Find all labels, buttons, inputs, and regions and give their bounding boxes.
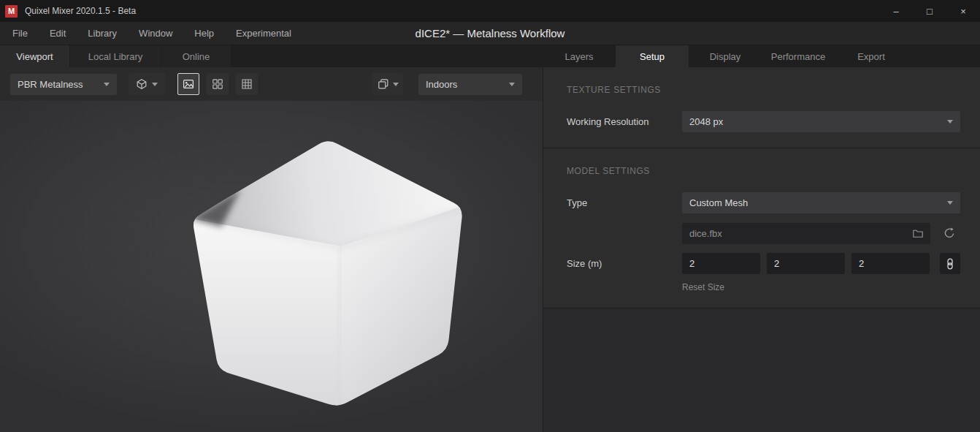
- close-button[interactable]: ×: [946, 0, 980, 22]
- model-settings-heading: MODEL SETTINGS: [543, 166, 980, 176]
- cube-icon: [136, 78, 148, 90]
- working-resolution-dropdown[interactable]: 2048 px: [682, 111, 960, 132]
- menu-bar: File Edit Library Window Help Experiment…: [0, 22, 980, 45]
- environment-dropdown[interactable]: Indoors: [418, 74, 522, 95]
- setup-panel: TEXTURE SETTINGS Working Resolution 2048…: [543, 67, 980, 432]
- size-z-input[interactable]: [851, 253, 930, 274]
- image-icon: [183, 78, 194, 90]
- size-x-input[interactable]: [682, 253, 760, 274]
- shading-mode-dropdown[interactable]: PBR Metalness: [10, 74, 117, 95]
- type-row: Type Custom Mesh: [543, 192, 980, 213]
- tab-layers-label: Layers: [564, 51, 593, 62]
- tab-display[interactable]: Display: [689, 45, 762, 67]
- chevron-down-icon: [393, 83, 399, 86]
- textured-view-button[interactable]: [177, 73, 199, 95]
- chevron-down-icon: [947, 120, 953, 124]
- maximize-button[interactable]: □: [913, 0, 946, 22]
- mesh-file-row: dice.fbx: [543, 222, 980, 244]
- viewport-canvas[interactable]: [0, 101, 543, 432]
- grid-icon: [241, 78, 253, 90]
- app-title: Quixel Mixer 2020.1.5 - Beta: [25, 6, 136, 16]
- tab-performance[interactable]: Performance: [762, 45, 835, 67]
- menu-item-edit[interactable]: Edit: [39, 22, 77, 45]
- left-tab-group: Viewport Local Library Online: [0, 45, 543, 67]
- tab-online[interactable]: Online: [161, 45, 231, 67]
- chevron-down-icon: [104, 83, 110, 86]
- chevron-down-icon: [509, 83, 515, 86]
- tab-online-label: Online: [183, 51, 210, 62]
- section-divider: [543, 148, 980, 148]
- mesh-display-dropdown[interactable]: [129, 73, 165, 95]
- tab-setup-label: Setup: [640, 51, 665, 62]
- mesh-file-field[interactable]: dice.fbx: [682, 223, 930, 244]
- type-label: Type: [567, 197, 682, 208]
- tab-local-library[interactable]: Local Library: [70, 45, 161, 67]
- size-row: Size (m): [543, 253, 980, 274]
- title-bar: M Quixel Mixer 2020.1.5 - Beta – □ ×: [0, 0, 980, 22]
- main-area: PBR Metalness: [0, 67, 980, 432]
- chain-link-icon: [944, 258, 956, 270]
- reset-size-link[interactable]: Reset Size: [682, 282, 724, 292]
- refresh-icon: [943, 227, 956, 240]
- chevron-down-icon: [947, 201, 953, 205]
- menu-item-experimental[interactable]: Experimental: [225, 22, 302, 45]
- viewport-toolbar: PBR Metalness: [0, 67, 543, 101]
- app-window: M Quixel Mixer 2020.1.5 - Beta – □ × Fil…: [0, 0, 980, 432]
- size-y-input[interactable]: [767, 253, 845, 274]
- link-dimensions-button[interactable]: [940, 253, 960, 274]
- environment-value: Indoors: [426, 79, 457, 90]
- mesh-type-value: Custom Mesh: [689, 197, 748, 208]
- tab-export-label: Export: [857, 51, 885, 62]
- texture-settings-heading: TEXTURE SETTINGS: [543, 85, 980, 95]
- tab-viewport-label: Viewport: [16, 51, 53, 62]
- app-logo-icon: M: [5, 5, 18, 18]
- folder-icon[interactable]: [912, 227, 924, 239]
- size-label: Size (m): [567, 258, 682, 269]
- reset-size-row: Reset Size: [543, 281, 980, 292]
- menu-item-help[interactable]: Help: [183, 22, 225, 45]
- window-controls: – □ ×: [879, 0, 980, 22]
- layout-panes-icon: [378, 78, 389, 90]
- dice-model: [0, 101, 543, 432]
- tab-export[interactable]: Export: [835, 45, 908, 67]
- viewport-column: PBR Metalness: [0, 67, 543, 432]
- tab-bar: Viewport Local Library Online Layers Set…: [0, 45, 980, 67]
- app-logo-letter: M: [8, 7, 15, 15]
- menu-item-file[interactable]: File: [1, 22, 39, 45]
- shading-mode-value: PBR Metalness: [18, 79, 83, 90]
- tab-viewport[interactable]: Viewport: [0, 45, 69, 67]
- mesh-type-dropdown[interactable]: Custom Mesh: [682, 192, 960, 213]
- tiling-view-button[interactable]: [207, 73, 229, 95]
- tab-performance-label: Performance: [771, 51, 825, 62]
- menu-item-window[interactable]: Window: [128, 22, 183, 45]
- grid-view-button[interactable]: [236, 73, 258, 95]
- tab-display-label: Display: [710, 51, 741, 62]
- right-tab-group: Layers Setup Display Performance Export: [543, 45, 980, 67]
- working-resolution-row: Working Resolution 2048 px: [543, 111, 980, 132]
- viewport-layout-dropdown[interactable]: [372, 73, 403, 95]
- minimize-button[interactable]: –: [879, 0, 913, 22]
- menu-item-library[interactable]: Library: [77, 22, 128, 45]
- tab-setup[interactable]: Setup: [616, 45, 689, 67]
- chevron-down-icon: [152, 83, 158, 86]
- tab-local-library-label: Local Library: [88, 51, 142, 62]
- working-resolution-label: Working Resolution: [567, 116, 682, 127]
- panel-empty-area: [543, 308, 980, 432]
- viewport-display-toggles: [177, 73, 258, 95]
- tab-layers[interactable]: Layers: [543, 45, 616, 67]
- reload-mesh-button[interactable]: [938, 222, 960, 244]
- four-squares-icon: [212, 78, 223, 90]
- mesh-file-name: dice.fbx: [689, 228, 722, 239]
- working-resolution-value: 2048 px: [689, 116, 723, 127]
